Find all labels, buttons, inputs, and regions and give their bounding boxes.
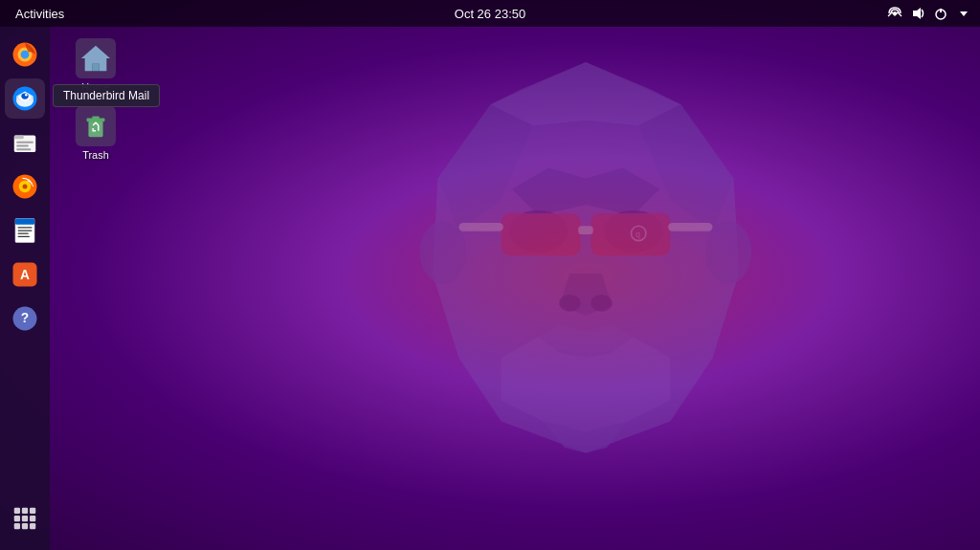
desktop-icons-area: Home Trash — [57, 34, 134, 165]
svg-marker-3 — [638, 104, 733, 231]
svg-point-21 — [705, 220, 752, 283]
topbar-right — [886, 5, 972, 22]
svg-point-5 — [508, 209, 568, 252]
sidebar-item-show-apps[interactable] — [5, 498, 45, 539]
svg-rect-9 — [578, 226, 592, 234]
svg-marker-2 — [437, 104, 532, 231]
home-icon — [76, 38, 116, 78]
svg-point-44 — [23, 185, 28, 189]
svg-marker-0 — [433, 62, 739, 453]
svg-marker-19 — [544, 421, 628, 452]
svg-point-20 — [420, 220, 467, 283]
svg-rect-55 — [14, 508, 20, 514]
sidebar-item-writer[interactable] — [5, 210, 45, 251]
svg-rect-56 — [22, 508, 28, 514]
svg-point-6 — [604, 209, 663, 252]
datetime-display: Oct 26 23:50 — [455, 7, 525, 21]
sidebar-dock: A ? — [0, 27, 50, 550]
topbar-clock[interactable]: Oct 26 23:50 — [455, 7, 525, 21]
svg-rect-40 — [16, 145, 29, 147]
svg-rect-41 — [16, 148, 31, 150]
svg-marker-14 — [559, 273, 612, 315]
sidebar-item-files[interactable] — [5, 122, 45, 163]
svg-rect-11 — [668, 222, 712, 231]
svg-rect-50 — [18, 236, 31, 237]
svg-rect-47 — [18, 227, 33, 228]
svg-rect-65 — [92, 64, 100, 72]
svg-point-15 — [559, 295, 580, 312]
svg-marker-1 — [491, 62, 681, 125]
sidebar-item-appstore[interactable]: A — [5, 254, 45, 295]
power-icon[interactable] — [932, 5, 949, 22]
system-menu-arrow[interactable] — [955, 5, 972, 22]
network-icon[interactable] — [886, 5, 903, 22]
svg-rect-48 — [18, 230, 33, 231]
svg-point-29 — [21, 51, 30, 59]
desktop-icon-home[interactable]: Home — [57, 34, 134, 97]
svg-rect-49 — [18, 233, 29, 234]
topbar: Activities Oct 26 23:50 — [0, 0, 980, 27]
trash-icon — [76, 106, 116, 146]
sidebar-item-firefox[interactable] — [5, 34, 45, 75]
svg-text:q: q — [635, 230, 640, 239]
svg-marker-23 — [913, 8, 921, 19]
svg-rect-60 — [30, 516, 35, 521]
svg-rect-57 — [30, 508, 35, 514]
svg-text:?: ? — [21, 311, 29, 325]
svg-marker-18 — [501, 337, 671, 431]
sidebar-item-thunderbird[interactable] — [5, 78, 45, 119]
svg-rect-38 — [14, 136, 24, 140]
desktop-icon-trash[interactable]: Trash — [57, 102, 134, 165]
home-icon-label: Home — [81, 81, 109, 93]
svg-rect-63 — [30, 523, 35, 529]
volume-icon[interactable] — [909, 5, 926, 22]
sidebar-item-help[interactable]: ? — [5, 298, 45, 339]
svg-rect-59 — [22, 516, 28, 521]
svg-point-35 — [21, 93, 29, 99]
trash-icon-label: Trash — [82, 149, 109, 161]
svg-rect-10 — [459, 222, 503, 231]
svg-marker-4 — [512, 167, 660, 215]
svg-rect-39 — [16, 142, 33, 143]
wallpaper-gorilla: q — [191, 38, 980, 550]
activities-button[interactable]: Activities — [8, 0, 72, 27]
desktop: q Activities Oct 26 23:50 — [0, 0, 980, 550]
sidebar-item-rhythmbox[interactable] — [5, 166, 45, 207]
svg-point-12 — [631, 226, 645, 240]
svg-marker-17 — [538, 323, 633, 357]
svg-rect-58 — [14, 516, 20, 521]
svg-rect-46 — [15, 219, 34, 225]
svg-marker-26 — [960, 11, 968, 16]
svg-point-16 — [591, 295, 612, 312]
topbar-left: Activities — [8, 0, 72, 27]
svg-rect-62 — [22, 523, 28, 529]
svg-point-36 — [25, 94, 28, 97]
svg-rect-61 — [14, 523, 20, 529]
svg-rect-8 — [591, 212, 671, 254]
svg-rect-7 — [501, 212, 581, 254]
svg-text:A: A — [20, 268, 30, 282]
svg-rect-68 — [92, 117, 100, 120]
